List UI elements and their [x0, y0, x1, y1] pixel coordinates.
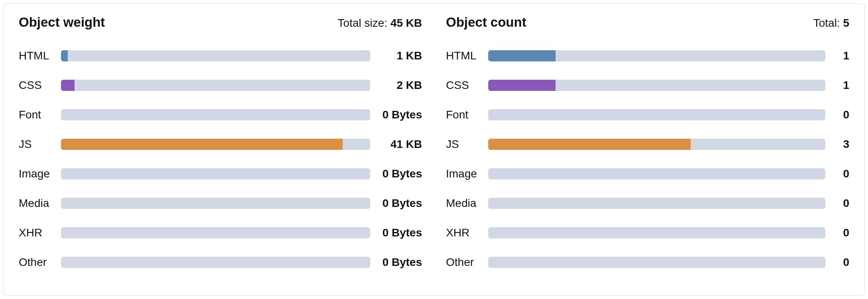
bar-track — [61, 168, 370, 179]
object-weight-section: Object weight Total size: 45 KB HTML1 KB… — [19, 15, 422, 281]
bar-track — [61, 80, 370, 91]
table-row: Other0 Bytes — [19, 248, 422, 277]
metrics-panel: Object weight Total size: 45 KB HTML1 KB… — [3, 3, 865, 296]
weight-rows: HTML1 KBCSS2 KBFont0 BytesJS41 KBImage0 … — [19, 41, 422, 277]
table-row: XHR0 — [446, 218, 849, 248]
bar-track — [488, 80, 825, 91]
table-row: HTML1 KB — [19, 41, 422, 71]
bar-fill — [61, 80, 75, 91]
row-label: JS — [446, 138, 488, 151]
table-row: CSS2 KB — [19, 71, 422, 100]
section-title: Object count — [446, 15, 526, 30]
table-row: Media0 Bytes — [19, 189, 422, 218]
table-row: JS41 KB — [19, 130, 422, 159]
row-label: Other — [446, 256, 488, 269]
row-value: 2 KB — [370, 79, 422, 92]
bar-track — [61, 198, 370, 209]
row-value: 1 — [825, 79, 849, 92]
row-value: 0 — [825, 197, 849, 210]
bar-track — [61, 257, 370, 268]
table-row: Other0 — [446, 248, 849, 277]
table-row: JS3 — [446, 130, 849, 159]
row-value: 0 Bytes — [370, 108, 422, 121]
row-value: 0 — [825, 167, 849, 180]
bar-track — [488, 257, 825, 268]
table-row: HTML1 — [446, 41, 849, 71]
row-label: Font — [446, 108, 488, 121]
table-row: Image0 — [446, 159, 849, 189]
row-label: XHR — [446, 226, 488, 239]
bar-track — [488, 139, 825, 150]
section-header: Object weight Total size: 45 KB — [19, 15, 422, 30]
bar-track — [61, 139, 370, 150]
table-row: Image0 Bytes — [19, 159, 422, 189]
bar-track — [488, 109, 825, 120]
row-value: 0 — [825, 256, 849, 269]
row-label: JS — [19, 138, 61, 151]
row-label: Image — [446, 167, 488, 180]
row-value: 3 — [825, 138, 849, 151]
total-label: Total size: — [338, 17, 390, 29]
table-row: XHR0 Bytes — [19, 218, 422, 248]
row-value: 0 — [825, 108, 849, 121]
table-row: Media0 — [446, 189, 849, 218]
total-value: 45 KB — [391, 17, 422, 29]
bar-fill — [61, 50, 68, 61]
bar-track — [488, 198, 825, 209]
row-label: Media — [446, 197, 488, 210]
row-value: 0 — [825, 226, 849, 239]
row-label: Image — [19, 167, 61, 180]
section-header: Object count Total: 5 — [446, 15, 849, 30]
bar-track — [488, 50, 825, 61]
bar-track — [61, 227, 370, 238]
total-label: Total: — [813, 17, 843, 29]
section-total: Total size: 45 KB — [338, 17, 422, 30]
bar-track — [61, 109, 370, 120]
row-label: CSS — [19, 79, 61, 92]
section-total: Total: 5 — [813, 17, 849, 30]
object-count-section: Object count Total: 5 HTML1CSS1Font0JS3I… — [446, 15, 849, 281]
bar-fill — [488, 139, 691, 150]
row-value: 0 Bytes — [370, 226, 422, 239]
total-value: 5 — [843, 17, 849, 29]
bar-fill — [61, 139, 343, 150]
row-value: 1 — [825, 49, 849, 62]
row-value: 0 Bytes — [370, 256, 422, 269]
row-label: XHR — [19, 226, 61, 239]
bar-track — [488, 227, 825, 238]
row-value: 41 KB — [370, 138, 422, 151]
row-label: Media — [19, 197, 61, 210]
bar-fill — [488, 50, 556, 61]
row-label: HTML — [19, 49, 61, 62]
section-title: Object weight — [19, 15, 105, 30]
bar-fill — [488, 80, 556, 91]
bar-track — [488, 168, 825, 179]
row-label: HTML — [446, 49, 488, 62]
row-value: 0 Bytes — [370, 197, 422, 210]
table-row: CSS1 — [446, 71, 849, 100]
row-value: 0 Bytes — [370, 167, 422, 180]
table-row: Font0 — [446, 100, 849, 130]
row-label: CSS — [446, 79, 488, 92]
table-row: Font0 Bytes — [19, 100, 422, 130]
row-label: Other — [19, 256, 61, 269]
bar-track — [61, 50, 370, 61]
count-rows: HTML1CSS1Font0JS3Image0Media0XHR0Other0 — [446, 41, 849, 277]
row-value: 1 KB — [370, 49, 422, 62]
row-label: Font — [19, 108, 61, 121]
